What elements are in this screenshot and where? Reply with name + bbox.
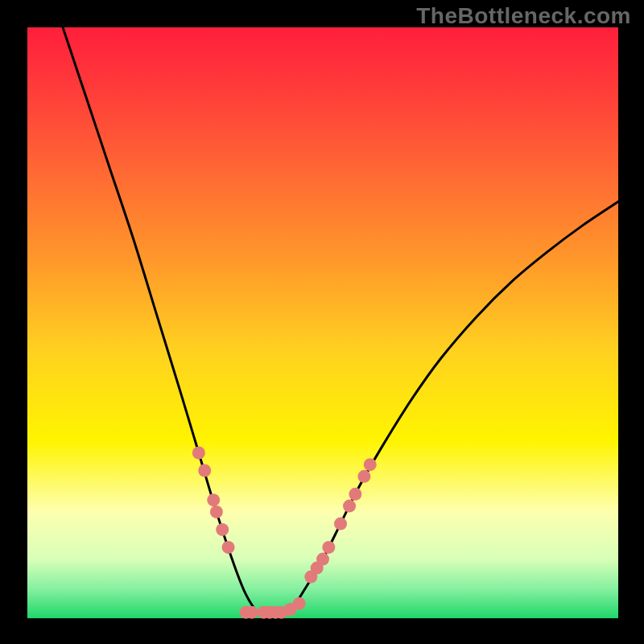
plot-background <box>27 27 618 618</box>
data-marker <box>216 523 229 536</box>
data-marker <box>222 541 235 554</box>
data-marker <box>246 606 258 619</box>
watermark-text: TheBottleneck.com <box>416 3 631 29</box>
data-marker <box>357 470 370 483</box>
bottleneck-chart: TheBottleneck.com <box>0 0 644 644</box>
data-marker <box>364 458 377 471</box>
data-marker <box>343 500 356 513</box>
data-marker <box>322 541 335 554</box>
data-marker <box>293 597 306 610</box>
data-marker <box>334 518 347 530</box>
data-marker <box>207 493 220 506</box>
data-marker <box>198 464 211 477</box>
data-marker <box>349 488 361 501</box>
chart-svg <box>0 0 644 644</box>
data-marker <box>210 506 223 518</box>
data-marker <box>192 446 205 459</box>
data-marker <box>316 553 329 566</box>
